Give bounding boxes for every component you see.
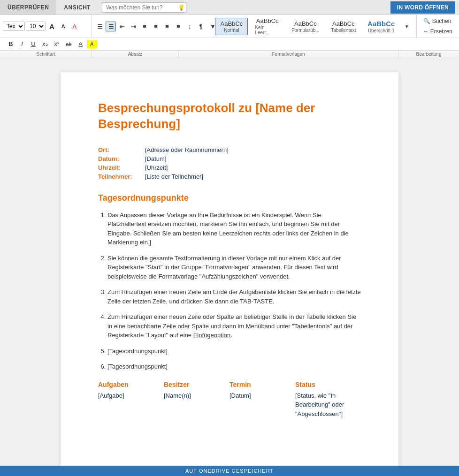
- task-value-aufgaben: [Aufgabe]: [98, 391, 164, 400]
- font-shrink-button[interactable]: A: [58, 22, 69, 30]
- underline-button[interactable]: U: [28, 39, 38, 49]
- label-bearbeitung: Bearbeitung: [398, 51, 459, 58]
- tagesordnung-list: Das Anpassen dieser Vorlage an Ihre Bedü…: [107, 211, 361, 371]
- style-kein-label: Kein Leerr...: [255, 25, 280, 35]
- list-item-3: Zum Hinzufügen einer neuen Zeile am Ende…: [107, 287, 361, 306]
- meta-value-datum: [Datum]: [145, 155, 167, 162]
- task-value-termin: [Datum]: [230, 391, 295, 400]
- meta-row-datum: Datum: [Datum]: [98, 155, 361, 162]
- meta-row-uhrzeit: Uhrzeit: [Uhrzeit]: [98, 164, 361, 171]
- list-group: ☰ ☰ ⇤ ⇥ ≡ ≡ ≡ ≡ ↕ ¶ ▼: [92, 15, 211, 38]
- search-wrap: 💡: [102, 0, 387, 15]
- ersetzen-button[interactable]: ↔ Ersetzen: [421, 27, 455, 36]
- tab-bar: ÜBERPRÜFEN ANSICHT 💡 IN WORD ÖFFNEN: [0, 0, 459, 15]
- label-absatz: Absatz: [92, 51, 178, 58]
- indent-decrease-button[interactable]: ⇤: [117, 22, 127, 31]
- style-formulaer[interactable]: AaBbCc Formularüb...: [287, 18, 324, 35]
- meta-value-uhrzeit: [Uhrzeit]: [145, 164, 168, 171]
- font-group: Tex 10 A A A: [0, 15, 92, 38]
- list-item-4: Zum Hinzufügen einer neuen Zeile oder Sp…: [107, 312, 361, 340]
- label-formatvorlagen: Formatvorlagen: [178, 51, 398, 58]
- right-tools: 🔍 Suchen ↔ Ersetzen: [416, 15, 459, 38]
- styles-section: AaBbCc Normal AaBbCc Kein Leerr... AaBbC…: [211, 15, 416, 38]
- meta-label-ort: Ort:: [98, 146, 145, 153]
- einfuegeoption-link[interactable]: Einfügeoption: [193, 332, 231, 339]
- list-item-2: Sie können die gesamte Textformatierung …: [107, 254, 361, 281]
- meta-label-teilnehmer: Teilnehmer:: [98, 173, 145, 180]
- style-normal[interactable]: AaBbCc Normal: [215, 18, 248, 35]
- style-ueberschrift1[interactable]: AaBbCc Überschrift 1: [363, 17, 400, 36]
- meta-label-datum: Datum:: [98, 155, 145, 162]
- align-right-button[interactable]: ≡: [162, 22, 172, 31]
- suchen-button[interactable]: 🔍 Suchen: [421, 17, 455, 25]
- pilcrow-button[interactable]: ¶: [196, 22, 206, 31]
- style-tab-label: Tabellentext: [331, 28, 356, 33]
- search-icon: 🔍: [423, 18, 430, 24]
- meta-row-ort: Ort: [Adresse oder Raumnummern]: [98, 146, 361, 153]
- status-text: AUF ONEDRIVE GESPEICHERT: [185, 468, 274, 474]
- text-style-group: B I U x₂ x² ab A A: [3, 39, 100, 49]
- ribbon-section-labels: Schriftart Absatz Formatvorlagen Bearbei…: [0, 50, 459, 58]
- format-bar-row2: B I U x₂ x² ab A A: [0, 38, 459, 50]
- document-page: Besprechungsprotokoll zu [Name der Bespr…: [61, 72, 398, 476]
- style-h1-label: Überschrift 1: [368, 28, 395, 33]
- strikethrough-button[interactable]: ab: [63, 40, 74, 48]
- style-kein-leerraum[interactable]: AaBbCc Kein Leerr...: [250, 15, 285, 38]
- ersetzen-icon: ↔: [423, 29, 428, 34]
- search-lightbulb-icon: 💡: [178, 4, 185, 11]
- font-grow-button[interactable]: A: [46, 21, 57, 32]
- open-word-button[interactable]: IN WORD ÖFFNEN: [390, 1, 455, 14]
- superscript-button[interactable]: x²: [52, 39, 62, 49]
- line-spacing-button[interactable]: ↕: [184, 22, 195, 31]
- task-value-besitzer: [Name(n)]: [164, 391, 230, 400]
- task-header-termin: Termin [Datum]: [230, 381, 295, 419]
- list-unordered-button[interactable]: ☰: [94, 22, 105, 31]
- list-item-6: [Tagesordnungspunkt]: [107, 362, 361, 371]
- ribbon: ÜBERPRÜFEN ANSICHT 💡 IN WORD ÖFFNEN Tex …: [0, 0, 459, 58]
- tab-ueberpruefen[interactable]: ÜBERPRÜFEN: [0, 0, 56, 15]
- ersetzen-label: Ersetzen: [430, 28, 452, 35]
- label-schriftart: Schriftart: [0, 51, 92, 58]
- list-item-1: Das Anpassen dieser Vorlage an Ihre Bedü…: [107, 211, 361, 247]
- status-bar: AUF ONEDRIVE GESPEICHERT: [0, 466, 459, 476]
- style-form-label: Formularüb...: [291, 28, 319, 33]
- style-normal-label: Normal: [224, 28, 239, 33]
- align-left-button[interactable]: ≡: [139, 22, 150, 31]
- document-wrapper: Besprechungsprotokoll zu [Name der Bespr…: [0, 58, 459, 476]
- italic-button[interactable]: I: [17, 39, 27, 49]
- tab-ansicht[interactable]: ANSICHT: [56, 0, 98, 15]
- document-title: Besprechungsprotokoll zu [Name der Bespr…: [98, 100, 361, 132]
- style-form-preview: AaBbCc: [294, 20, 317, 27]
- indent-increase-button[interactable]: ⇥: [128, 22, 138, 31]
- task-table: Aufgaben [Aufgabe] Besitzer [Name(n)] Te…: [98, 381, 361, 419]
- document-meta: Ort: [Adresse oder Raumnummern] Datum: […: [98, 146, 361, 180]
- list-ordered-button[interactable]: ☰: [106, 22, 116, 31]
- style-kein-preview: AaBbCc: [256, 17, 279, 24]
- search-input[interactable]: [102, 2, 186, 13]
- list-item-5: [Tagesordnungspunkt]: [107, 347, 361, 356]
- task-header-besitzer: Besitzer [Name(n)]: [164, 381, 230, 419]
- font-color-button[interactable]: A: [76, 39, 86, 49]
- bold-button[interactable]: B: [6, 39, 16, 49]
- styles-more-button[interactable]: ▼: [402, 23, 412, 30]
- align-center-button[interactable]: ≡: [151, 22, 161, 31]
- subscript-button[interactable]: x₂: [39, 39, 51, 49]
- task-header-aufgaben: Aufgaben [Aufgabe]: [98, 381, 164, 419]
- task-value-status: [Status, wie "In Bearbeitung" oder "Abge…: [295, 391, 361, 419]
- font-size-select[interactable]: 10: [26, 22, 46, 31]
- style-tabellentext[interactable]: AaBbCc Tabellentext: [326, 18, 361, 35]
- clear-format-button[interactable]: A: [69, 22, 80, 31]
- style-tab-preview: AaBbCc: [332, 20, 355, 27]
- highlight-button[interactable]: A: [87, 40, 97, 48]
- align-justify-button[interactable]: ≡: [173, 22, 184, 31]
- meta-label-uhrzeit: Uhrzeit:: [98, 164, 145, 171]
- meta-value-ort: [Adresse oder Raumnummern]: [145, 146, 229, 153]
- meta-value-teilnehmer: [Liste der Teilnehmer]: [145, 173, 203, 180]
- font-family-select[interactable]: Tex: [3, 22, 25, 31]
- style-normal-preview: AaBbCc: [221, 20, 243, 27]
- task-header-status: Status [Status, wie "In Bearbeitung" ode…: [295, 381, 361, 419]
- section-title-tagesordnung: Tagesordnungspunkte: [98, 193, 361, 203]
- meta-row-teilnehmer: Teilnehmer: [Liste der Teilnehmer]: [98, 173, 361, 180]
- suchen-label: Suchen: [432, 18, 451, 24]
- style-h1-preview: AaBbCc: [367, 20, 395, 28]
